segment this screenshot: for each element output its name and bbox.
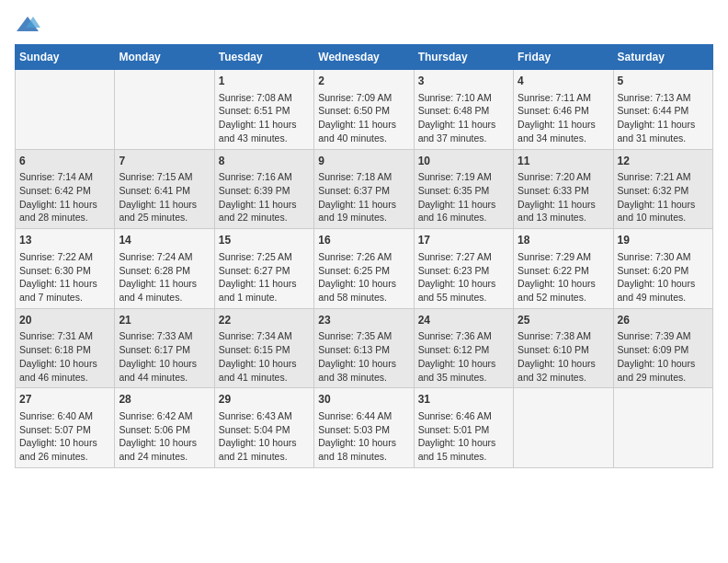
weekday-header-saturday: Saturday: [613, 45, 712, 70]
cell-content: Sunrise: 7:15 AMSunset: 6:41 PMDaylight:…: [119, 170, 210, 224]
cell-content: Sunrise: 7:36 AMSunset: 6:12 PMDaylight:…: [418, 329, 509, 384]
calendar-cell: 26Sunrise: 7:39 AMSunset: 6:09 PMDayligh…: [613, 308, 712, 388]
calendar-cell: 5Sunrise: 7:13 AMSunset: 6:44 PMDaylight…: [613, 70, 712, 150]
cell-content: Sunrise: 7:20 AMSunset: 6:33 PMDaylight:…: [518, 170, 609, 224]
cell-content: Sunrise: 7:31 AMSunset: 6:18 PMDaylight:…: [19, 329, 110, 384]
calendar-cell: 20Sunrise: 7:31 AMSunset: 6:18 PMDayligh…: [16, 308, 115, 388]
day-number: 29: [219, 392, 310, 408]
cell-content: Sunrise: 6:42 AMSunset: 5:06 PMDaylight:…: [119, 409, 210, 464]
weekday-header-wednesday: Wednesday: [314, 45, 414, 70]
cell-content: Sunrise: 7:08 AMSunset: 6:51 PMDaylight:…: [219, 91, 310, 145]
calendar-cell: 11Sunrise: 7:20 AMSunset: 6:33 PMDayligh…: [514, 149, 613, 229]
calendar-cell: 18Sunrise: 7:29 AMSunset: 6:22 PMDayligh…: [514, 229, 613, 309]
weekday-header-row: SundayMondayTuesdayWednesdayThursdayFrid…: [16, 45, 713, 70]
cell-content: Sunrise: 7:25 AMSunset: 6:27 PMDaylight:…: [219, 250, 310, 304]
calendar-cell: 7Sunrise: 7:15 AMSunset: 6:41 PMDaylight…: [115, 149, 214, 229]
day-number: 21: [119, 313, 210, 328]
calendar-cell: 29Sunrise: 6:43 AMSunset: 5:04 PMDayligh…: [214, 388, 313, 468]
day-number: 7: [119, 154, 210, 169]
cell-content: Sunrise: 7:35 AMSunset: 6:13 PMDaylight:…: [318, 329, 409, 384]
calendar-cell: 3Sunrise: 7:10 AMSunset: 6:48 PMDaylight…: [414, 70, 513, 150]
day-number: 22: [219, 313, 310, 328]
calendar-cell: 25Sunrise: 7:38 AMSunset: 6:10 PMDayligh…: [514, 308, 613, 388]
day-number: 30: [318, 392, 409, 408]
day-number: 13: [19, 233, 110, 248]
calendar-cell: [115, 70, 214, 150]
day-number: 31: [418, 392, 509, 408]
cell-content: Sunrise: 7:39 AMSunset: 6:09 PMDaylight:…: [618, 329, 709, 384]
calendar-cell: 17Sunrise: 7:27 AMSunset: 6:23 PMDayligh…: [414, 229, 513, 309]
calendar-cell: 31Sunrise: 6:46 AMSunset: 5:01 PMDayligh…: [414, 388, 513, 468]
day-number: 20: [19, 313, 110, 328]
calendar-cell: 28Sunrise: 6:42 AMSunset: 5:06 PMDayligh…: [115, 388, 214, 468]
day-number: 23: [318, 313, 409, 328]
cell-content: Sunrise: 6:44 AMSunset: 5:03 PMDaylight:…: [318, 409, 409, 464]
cell-content: Sunrise: 7:18 AMSunset: 6:37 PMDaylight:…: [318, 170, 409, 224]
calendar-cell: [514, 388, 613, 468]
day-number: 11: [518, 154, 609, 169]
day-number: 6: [19, 154, 110, 169]
calendar-cell: 16Sunrise: 7:26 AMSunset: 6:25 PMDayligh…: [314, 229, 414, 309]
day-number: 3: [418, 74, 509, 89]
logo: [15, 15, 44, 35]
week-row-5: 27Sunrise: 6:40 AMSunset: 5:07 PMDayligh…: [16, 388, 713, 468]
week-row-1: 1Sunrise: 7:08 AMSunset: 6:51 PMDaylight…: [16, 70, 713, 150]
cell-content: Sunrise: 7:19 AMSunset: 6:35 PMDaylight:…: [418, 170, 509, 224]
day-number: 27: [19, 392, 110, 408]
calendar-cell: 8Sunrise: 7:16 AMSunset: 6:39 PMDaylight…: [214, 149, 313, 229]
calendar-cell: 23Sunrise: 7:35 AMSunset: 6:13 PMDayligh…: [314, 308, 414, 388]
day-number: 24: [418, 313, 509, 328]
week-row-4: 20Sunrise: 7:31 AMSunset: 6:18 PMDayligh…: [16, 308, 713, 388]
weekday-header-sunday: Sunday: [16, 45, 115, 70]
cell-content: Sunrise: 7:38 AMSunset: 6:10 PMDaylight:…: [518, 329, 609, 384]
week-row-3: 13Sunrise: 7:22 AMSunset: 6:30 PMDayligh…: [16, 229, 713, 309]
calendar-cell: 15Sunrise: 7:25 AMSunset: 6:27 PMDayligh…: [214, 229, 313, 309]
calendar-cell: 21Sunrise: 7:33 AMSunset: 6:17 PMDayligh…: [115, 308, 214, 388]
calendar-cell: [16, 70, 115, 150]
day-number: 8: [219, 154, 310, 169]
day-number: 14: [119, 233, 210, 248]
day-number: 15: [219, 233, 310, 248]
day-number: 10: [418, 154, 509, 169]
cell-content: Sunrise: 7:30 AMSunset: 6:20 PMDaylight:…: [618, 250, 709, 304]
cell-content: Sunrise: 7:24 AMSunset: 6:28 PMDaylight:…: [119, 250, 210, 304]
calendar-table: SundayMondayTuesdayWednesdayThursdayFrid…: [15, 44, 713, 468]
cell-content: Sunrise: 6:40 AMSunset: 5:07 PMDaylight:…: [19, 409, 110, 464]
page-header: [15, 15, 713, 35]
day-number: 12: [618, 154, 709, 169]
cell-content: Sunrise: 7:14 AMSunset: 6:42 PMDaylight:…: [19, 170, 110, 224]
calendar-cell: 12Sunrise: 7:21 AMSunset: 6:32 PMDayligh…: [613, 149, 712, 229]
calendar-cell: 27Sunrise: 6:40 AMSunset: 5:07 PMDayligh…: [16, 388, 115, 468]
cell-content: Sunrise: 7:34 AMSunset: 6:15 PMDaylight:…: [219, 329, 310, 384]
weekday-header-tuesday: Tuesday: [214, 45, 313, 70]
day-number: 17: [418, 233, 509, 248]
calendar-cell: [613, 388, 712, 468]
cell-content: Sunrise: 7:13 AMSunset: 6:44 PMDaylight:…: [618, 91, 709, 145]
calendar-cell: 19Sunrise: 7:30 AMSunset: 6:20 PMDayligh…: [613, 229, 712, 309]
calendar-cell: 24Sunrise: 7:36 AMSunset: 6:12 PMDayligh…: [414, 308, 513, 388]
week-row-2: 6Sunrise: 7:14 AMSunset: 6:42 PMDaylight…: [16, 149, 713, 229]
calendar-cell: 4Sunrise: 7:11 AMSunset: 6:46 PMDaylight…: [514, 70, 613, 150]
cell-content: Sunrise: 7:09 AMSunset: 6:50 PMDaylight:…: [318, 91, 409, 145]
cell-content: Sunrise: 7:16 AMSunset: 6:39 PMDaylight:…: [219, 170, 310, 224]
logo-icon: [15, 15, 40, 35]
cell-content: Sunrise: 7:11 AMSunset: 6:46 PMDaylight:…: [518, 91, 609, 145]
calendar-cell: 14Sunrise: 7:24 AMSunset: 6:28 PMDayligh…: [115, 229, 214, 309]
calendar-cell: 13Sunrise: 7:22 AMSunset: 6:30 PMDayligh…: [16, 229, 115, 309]
calendar-cell: 1Sunrise: 7:08 AMSunset: 6:51 PMDaylight…: [214, 70, 313, 150]
day-number: 16: [318, 233, 409, 248]
calendar-cell: 10Sunrise: 7:19 AMSunset: 6:35 PMDayligh…: [414, 149, 513, 229]
calendar-cell: 6Sunrise: 7:14 AMSunset: 6:42 PMDaylight…: [16, 149, 115, 229]
day-number: 19: [618, 233, 709, 248]
cell-content: Sunrise: 7:26 AMSunset: 6:25 PMDaylight:…: [318, 250, 409, 304]
calendar-cell: 2Sunrise: 7:09 AMSunset: 6:50 PMDaylight…: [314, 70, 414, 150]
cell-content: Sunrise: 7:21 AMSunset: 6:32 PMDaylight:…: [618, 170, 709, 224]
calendar-cell: 30Sunrise: 6:44 AMSunset: 5:03 PMDayligh…: [314, 388, 414, 468]
day-number: 2: [318, 74, 409, 89]
cell-content: Sunrise: 6:46 AMSunset: 5:01 PMDaylight:…: [418, 409, 509, 464]
weekday-header-friday: Friday: [514, 45, 613, 70]
day-number: 1: [219, 74, 310, 89]
day-number: 5: [618, 74, 709, 89]
cell-content: Sunrise: 7:22 AMSunset: 6:30 PMDaylight:…: [19, 250, 110, 304]
calendar-cell: 22Sunrise: 7:34 AMSunset: 6:15 PMDayligh…: [214, 308, 313, 388]
